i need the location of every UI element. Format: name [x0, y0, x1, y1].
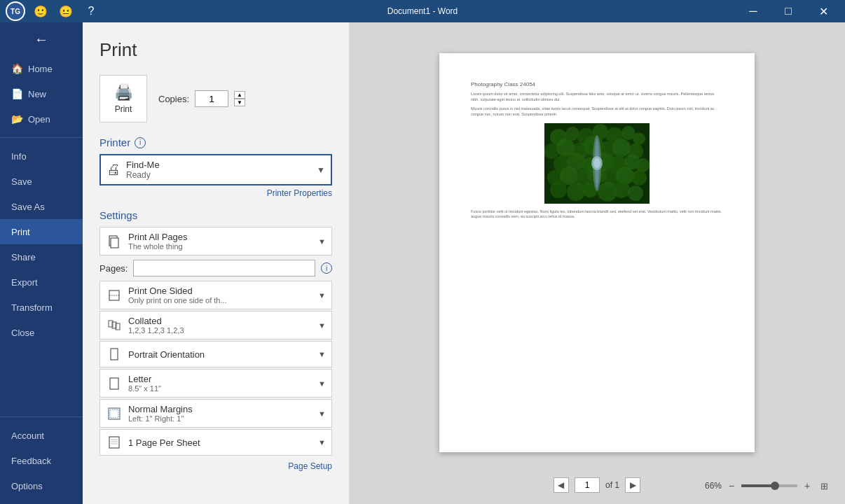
portrait-orientation-dropdown[interactable]: Portrait Orientation ▼ — [99, 341, 332, 368]
copies-label: Copies: — [158, 94, 189, 104]
print-title: Print — [99, 39, 332, 61]
emoji-button[interactable]: 🙂 — [31, 1, 50, 21]
prev-page-button[interactable]: ◀ — [554, 477, 569, 493]
page-of-label: of 1 — [605, 480, 619, 490]
page-setup-link[interactable]: Page Setup — [99, 461, 332, 471]
print-button-label: Print — [115, 104, 132, 114]
printer-select-dropdown[interactable]: 🖨 Find-Me Ready ▼ — [99, 154, 332, 186]
svg-point-22 — [633, 132, 645, 145]
portrait-orientation-info: Portrait Orientation — [128, 349, 312, 360]
new-icon: 📄 — [11, 88, 22, 99]
maximize-button[interactable]: □ — [772, 0, 804, 22]
svg-rect-7 — [111, 349, 118, 360]
printer-name: Find-Me — [126, 160, 311, 170]
svg-rect-10 — [110, 410, 118, 418]
svg-point-17 — [565, 127, 579, 141]
sidebar-item-label: Account — [11, 430, 44, 441]
help-button[interactable]: ? — [81, 1, 101, 21]
collated-sub: 1,2,3 1,2,3 1,2,3 — [128, 326, 312, 335]
letter-main: Letter — [128, 374, 312, 384]
user-avatar[interactable]: TG — [6, 1, 25, 21]
letter-dropdown[interactable]: Letter 8.5" x 11" ▼ — [99, 369, 332, 398]
zoom-out-button[interactable]: − — [724, 479, 738, 493]
next-page-button[interactable]: ▶ — [625, 477, 640, 493]
print-btn-area: 🖨️ Print Copies: ▲ ▼ — [99, 75, 332, 122]
printer-info-icon[interactable]: i — [135, 137, 146, 148]
copies-input[interactable] — [195, 90, 228, 107]
preview-navigation: ◀ of 1 ▶ — [554, 477, 640, 493]
zoom-slider[interactable] — [741, 484, 797, 487]
pages-per-sheet-icon — [106, 434, 123, 451]
sidebar-item-export[interactable]: Export — [0, 270, 83, 295]
letter-arrow: ▼ — [318, 379, 326, 388]
minimize-button[interactable]: ─ — [737, 0, 769, 22]
sidebar-item-share[interactable]: Share — [0, 244, 83, 270]
sidebar-item-transform[interactable]: Transform — [0, 295, 83, 320]
pages-info-icon[interactable]: i — [321, 262, 332, 274]
sidebar-item-home[interactable]: 🏠 Home — [0, 56, 83, 81]
printer-dropdown-arrow: ▼ — [317, 165, 325, 175]
sidebar-item-close[interactable]: Close — [0, 320, 83, 345]
sidebar-item-print[interactable]: Print — [0, 219, 83, 244]
back-button[interactable]: ← — [0, 22, 83, 56]
pages-per-sheet-arrow: ▼ — [318, 438, 326, 447]
print-one-sided-arrow: ▼ — [318, 291, 326, 300]
print-button[interactable]: 🖨️ Print — [99, 75, 147, 122]
print-one-sided-dropdown[interactable]: Print One Sided Only print on one side o… — [99, 281, 332, 309]
pages-per-sheet-main: 1 Page Per Sheet — [128, 438, 312, 448]
normal-margins-dropdown[interactable]: Normal Margins Left: 1" Right: 1" ▼ — [99, 399, 332, 428]
svg-point-45 — [567, 183, 585, 201]
collated-dropdown[interactable]: Collated 1,2,3 1,2,3 1,2,3 ▼ — [99, 311, 332, 340]
printer-properties-link[interactable]: Printer Properties — [99, 188, 332, 198]
window-controls: ─ □ ✕ — [737, 0, 839, 22]
app-body: ← 🏠 Home 📄 New 📂 Open Info Save — [0, 22, 845, 504]
svg-point-48 — [613, 181, 630, 198]
print-one-sided-main: Print One Sided — [128, 286, 312, 296]
svg-rect-8 — [110, 378, 118, 389]
preview-area: Photography Class 24054 Lorem ipsum dolo… — [349, 22, 845, 504]
print-all-pages-sub: The whole thing — [128, 242, 312, 251]
zoom-slider-thumb — [771, 482, 779, 490]
zoom-in-button[interactable]: + — [800, 479, 814, 493]
sidebar-item-new[interactable]: 📄 New — [0, 81, 83, 106]
pages-per-sheet-dropdown[interactable]: 1 Page Per Sheet ▼ — [99, 429, 332, 456]
home-icon: 🏠 — [11, 63, 22, 74]
spin-up-button[interactable]: ▲ — [234, 91, 245, 99]
sidebar-bottom: Account Feedback Options — [0, 423, 83, 504]
print-all-pages-info: Print All Pages The whole thing — [128, 232, 312, 251]
zoom-bar: 66% − + ⊞ — [705, 479, 831, 493]
preview-text-1: Lorem ipsum dolor sit amet, consectetur … — [471, 92, 723, 102]
reaction-button[interactable]: 😐 — [56, 1, 76, 21]
sidebar-item-label: Feedback — [11, 456, 51, 466]
zoom-fit-button[interactable]: ⊞ — [817, 479, 831, 493]
svg-rect-11 — [109, 437, 119, 448]
sidebar-item-account[interactable]: Account — [0, 423, 83, 448]
sidebar-item-label: New — [28, 89, 46, 99]
main-content: Print 🖨️ Print Copies: ▲ ▼ Prin — [83, 22, 845, 504]
spin-down-button[interactable]: ▼ — [234, 99, 245, 106]
sidebar-item-label: Home — [28, 64, 53, 74]
collated-info: Collated 1,2,3 1,2,3 1,2,3 — [128, 316, 312, 335]
page-number-input[interactable] — [575, 477, 600, 493]
pages-label: Pages: — [99, 263, 128, 274]
preview-content: Photography Class 24054 Lorem ipsum dolo… — [439, 34, 755, 472]
sidebar-item-label: Save — [11, 176, 32, 187]
pages-input[interactable] — [133, 260, 315, 276]
sidebar-item-info[interactable]: Info — [0, 144, 83, 169]
sidebar-item-label: Info — [11, 151, 27, 162]
zoom-slider-fill — [741, 484, 775, 487]
sidebar-item-open[interactable]: 📂 Open — [0, 106, 83, 132]
sidebar-item-save[interactable]: Save — [0, 169, 83, 194]
preview-text-2: Mauris convallis purus in nisl malesuada… — [471, 106, 723, 117]
print-all-pages-dropdown[interactable]: Print All Pages The whole thing ▼ — [99, 227, 332, 255]
sidebar-item-options[interactable]: Options — [0, 473, 83, 498]
sidebar-item-save-as[interactable]: Save As — [0, 194, 83, 219]
sidebar-item-feedback[interactable]: Feedback — [0, 448, 83, 473]
sidebar-item-label: Close — [11, 328, 34, 338]
printer-icon: 🖨️ — [114, 83, 133, 102]
preview-forest-image — [544, 123, 650, 204]
print-all-pages-arrow: ▼ — [318, 237, 326, 246]
printer-title-label: Printer — [99, 136, 130, 148]
print-one-sided-icon — [106, 287, 123, 304]
close-window-button[interactable]: ✕ — [807, 0, 839, 22]
